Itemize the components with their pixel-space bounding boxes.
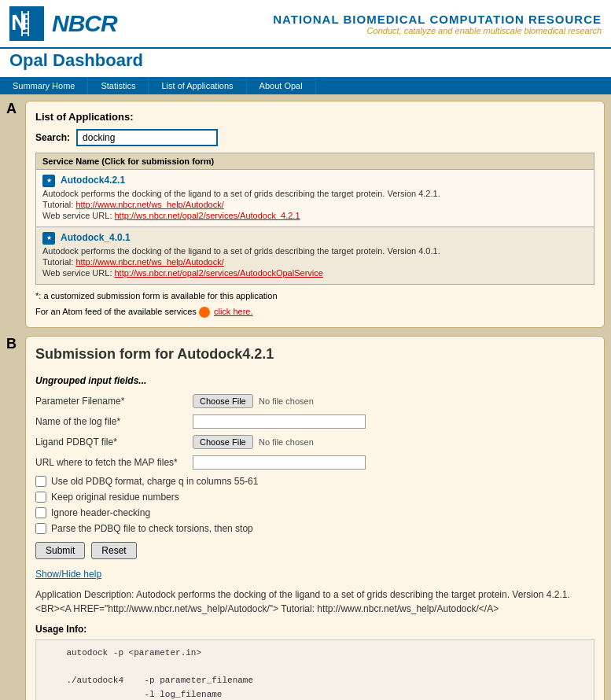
table-row: ★ Autodock_4.0.1 Autodock performs the d… (36, 227, 594, 285)
show-hide-help[interactable]: Show/Hide help (35, 569, 594, 588)
section-a-panel: List of Applications: Search: Service Na… (25, 101, 605, 328)
checkbox-row-4: Parse the PDBQ file to check torsions, t… (35, 523, 594, 534)
org-tagline: Conduct, catalyze and enable multiscale … (273, 26, 602, 35)
section-b-label: B (6, 336, 20, 700)
ligand-pdbqt-row: Ligand PDBQT file* Choose File No file c… (35, 435, 594, 449)
ligand-pdbqt-control: Choose File No file chosen (193, 435, 594, 449)
table-row: ★ Autodock4.2.1 Autodock performs the do… (36, 170, 594, 227)
checkbox-row-3: Ignore header-checking (35, 507, 594, 518)
service-icon-2: ★ (42, 232, 55, 245)
usage-info-label: Usage Info: (35, 624, 594, 635)
usage-code-block: autodock -p <parameter.in> ./autodock4 -… (35, 639, 594, 700)
dashboard-title: Opal Dashboard (9, 50, 143, 70)
nav-summary-home[interactable]: Summary Home (0, 77, 88, 94)
checkbox-residue-numbers-label: Keep original residue numbers (51, 492, 179, 503)
footnote-row: *: a customized submission form is avail… (35, 291, 594, 300)
app-description-text: Application Description: Autodock perfor… (35, 589, 570, 614)
service-tutorial-link-1[interactable]: http://www.nbcr.net/ws_help/Autodock/ (75, 200, 223, 209)
nav-about-opal[interactable]: About Opal (247, 77, 316, 94)
map-url-input[interactable] (193, 455, 366, 470)
checkbox-parse-pdbq[interactable] (35, 523, 46, 534)
app-description: Application Description: Autodock perfor… (35, 588, 594, 616)
atom-icon (199, 307, 210, 318)
service-desc-1c: Web service URL: http://ws.nbcr.net/opal… (42, 211, 587, 220)
log-file-label: Name of the log file* (35, 416, 193, 427)
checkbox-parse-pdbq-label: Parse the PDBQ file to check torsions, t… (51, 523, 253, 534)
service-desc-2b: Tutorial: http://www.nbcr.net/ws_help/Au… (42, 257, 587, 267)
checkbox-row-2: Keep original residue numbers (35, 492, 594, 503)
ligand-pdbqt-label: Ligand PDBQT file* (35, 437, 193, 448)
search-input[interactable] (76, 129, 218, 146)
service-name-2[interactable]: Autodock_4.0.1 (61, 232, 131, 243)
atom-feed-row: For an Atom feed of the available servic… (35, 307, 594, 318)
log-file-row: Name of the log file* (35, 414, 594, 429)
checkbox-old-pdbq-label: Use old PDBQ format, charge q in columns… (51, 476, 258, 487)
service-url-link-1[interactable]: http://ws.nbcr.net/opal2/services/Autodo… (115, 211, 300, 220)
ligand-pdbqt-choose-button[interactable]: Choose File (193, 435, 253, 449)
log-file-control (193, 414, 594, 429)
checkbox-old-pdbq[interactable] (35, 476, 46, 487)
parameter-filename-status: No file chosen (259, 396, 314, 406)
parameter-filename-choose-button[interactable]: Choose File (193, 394, 253, 408)
dashboard-title-bar: Opal Dashboard (0, 49, 611, 77)
checkbox-residue-numbers[interactable] (35, 492, 46, 503)
reset-button[interactable]: Reset (91, 542, 136, 559)
services-table: Service Name (Click for submission form)… (35, 153, 594, 285)
section-a-label: A (6, 101, 20, 336)
checkbox-row-1: Use old PDBQ format, charge q in columns… (35, 476, 594, 487)
logo-letters: NBCR (52, 10, 117, 37)
service-desc-2c: Web service URL: http://ws.nbcr.net/opal… (42, 268, 587, 278)
ligand-pdbqt-status: No file chosen (259, 437, 314, 447)
service-url-link-2[interactable]: http://ws.nbcr.net/opal2/services/Autodo… (115, 268, 323, 278)
search-label: Search: (35, 132, 70, 143)
ungrouped-label: Ungrouped input fields... (35, 375, 594, 386)
map-url-label: URL where to fetch the MAP files* (35, 457, 193, 468)
form-title: Submission form for Autodock4.2.1 (35, 346, 594, 363)
map-url-control (193, 455, 594, 470)
header-right: NATIONAL BIOMEDICAL COMPUTATION RESOURCE… (273, 13, 602, 35)
atom-feed-text: For an Atom feed of the available servic… (35, 307, 197, 316)
footnote-text: *: a customized submission form is avail… (35, 291, 278, 300)
nbcr-logo-icon: N (9, 6, 44, 41)
navbar: Summary Home Statistics List of Applicat… (0, 77, 611, 94)
section-b-panel: Submission form for Autodock4.2.1 Ungrou… (25, 336, 605, 700)
service-desc-1b: Tutorial: http://www.nbcr.net/ws_help/Au… (42, 200, 587, 209)
header: N NBCR NATIONAL BIOMEDICAL COMPUTATION R… (0, 0, 611, 49)
log-file-input[interactable] (193, 414, 366, 429)
service-desc-1a: Autodock performs the docking of the lig… (42, 189, 587, 198)
org-name: NATIONAL BIOMEDICAL COMPUTATION RESOURCE (273, 13, 602, 26)
submit-button[interactable]: Submit (35, 542, 85, 559)
service-tutorial-link-2[interactable]: http://www.nbcr.net/ws_help/Autodock/ (75, 257, 223, 267)
parameter-filename-label: Parameter Filename* (35, 396, 193, 407)
parameter-filename-control: Choose File No file chosen (193, 394, 594, 408)
checkbox-header-checking[interactable] (35, 507, 46, 518)
map-url-row: URL where to fetch the MAP files* (35, 455, 594, 470)
checkbox-header-checking-label: Ignore header-checking (51, 507, 150, 518)
service-icon-1: ★ (42, 175, 55, 187)
service-table-header: Service Name (Click for submission form) (36, 153, 594, 170)
service-desc-2a: Autodock performs the docking of the lig… (42, 246, 587, 256)
atom-feed-link[interactable]: click here. (214, 307, 253, 316)
nav-statistics[interactable]: Statistics (88, 77, 149, 94)
logo-area: N NBCR (9, 6, 117, 41)
show-hide-link[interactable]: Show/Hide help (35, 569, 101, 580)
parameter-filename-row: Parameter Filename* Choose File No file … (35, 394, 594, 408)
nav-list-applications[interactable]: List of Applications (149, 77, 246, 94)
form-buttons: Submit Reset (35, 542, 594, 559)
search-row: Search: (35, 129, 594, 146)
service-name-1[interactable]: Autodock4.2.1 (61, 175, 125, 186)
list-of-applications-title: List of Applications: (35, 111, 594, 123)
